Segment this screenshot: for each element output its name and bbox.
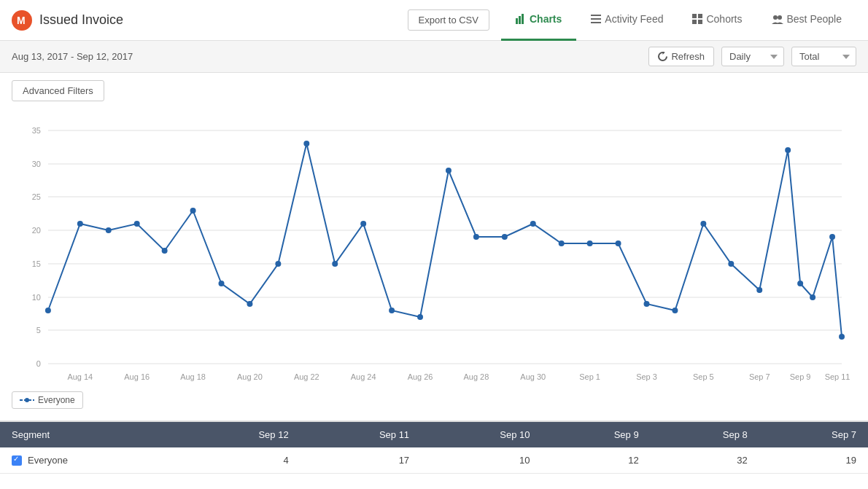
svg-point-49: [162, 248, 168, 254]
svg-point-77: [25, 398, 29, 402]
col-sep10: Sep 10: [421, 421, 541, 447]
svg-point-59: [446, 168, 452, 173]
svg-point-12: [773, 15, 778, 20]
metric-select[interactable]: Total Unique Average: [791, 47, 856, 66]
svg-text:Sep 5: Sep 5: [693, 372, 714, 381]
svg-point-60: [473, 234, 479, 240]
svg-text:Aug 22: Aug 22: [294, 372, 319, 381]
svg-text:Sep 7: Sep 7: [749, 372, 770, 381]
tab-activity-feed[interactable]: Activity Feed: [576, 0, 678, 41]
svg-point-72: [797, 281, 803, 286]
svg-rect-3: [519, 16, 521, 24]
svg-point-65: [616, 240, 621, 246]
table-row: Everyone 4 17 10 12 32 19: [0, 447, 868, 474]
page-title: Issued Invoice: [39, 12, 408, 28]
svg-text:30: 30: [32, 160, 41, 168]
svg-rect-6: [591, 18, 601, 20]
svg-point-57: [389, 308, 395, 313]
svg-text:5: 5: [36, 326, 41, 335]
svg-point-73: [810, 294, 815, 300]
tab-best-people[interactable]: Best People: [757, 0, 857, 41]
tab-cohorts[interactable]: Cohorts: [678, 0, 756, 41]
legend-everyone[interactable]: Everyone: [12, 391, 83, 409]
svg-point-63: [559, 240, 565, 246]
val-sep11: 17: [301, 447, 421, 474]
svg-text:35: 35: [32, 126, 41, 135]
val-sep8: 32: [651, 447, 759, 474]
svg-point-46: [77, 221, 83, 227]
svg-text:20: 20: [32, 226, 41, 235]
svg-point-56: [360, 221, 366, 227]
date-toolbar: Aug 13, 2017 - Sep 12, 2017 Refresh Dail…: [0, 41, 868, 73]
svg-point-67: [672, 308, 678, 313]
svg-point-71: [785, 147, 791, 153]
svg-text:Aug 28: Aug 28: [464, 372, 489, 381]
svg-point-61: [502, 234, 508, 240]
tab-charts[interactable]: Charts: [501, 0, 576, 41]
svg-rect-7: [591, 22, 601, 23]
svg-point-48: [134, 221, 140, 227]
svg-point-53: [275, 261, 281, 267]
svg-text:15: 15: [32, 259, 41, 268]
segment-checkbox[interactable]: [12, 455, 22, 466]
svg-point-47: [106, 227, 112, 233]
svg-text:10: 10: [32, 293, 41, 302]
col-segment: Segment: [0, 421, 179, 447]
people-icon: [772, 15, 783, 24]
header-navigation: Export to CSV Charts Activity Feed Cohor…: [408, 0, 856, 41]
val-sep10: 10: [421, 447, 541, 474]
svg-point-74: [829, 234, 835, 240]
col-sep8: Sep 8: [651, 421, 759, 447]
refresh-icon: [658, 52, 667, 61]
svg-text:Sep 9: Sep 9: [790, 372, 811, 381]
svg-text:Aug 18: Aug 18: [180, 372, 206, 381]
svg-point-75: [839, 334, 845, 340]
line-chart: .axis-label { font: 11px sans-serif; fil…: [12, 116, 856, 386]
svg-text:Sep 1: Sep 1: [579, 372, 600, 381]
svg-text:Aug 16: Aug 16: [124, 372, 150, 381]
date-range-display: Aug 13, 2017 - Sep 12, 2017: [12, 51, 133, 62]
table-header-row: Segment Sep 12 Sep 11 Sep 10 Sep 9 Sep 8…: [0, 421, 868, 447]
advanced-filters-button[interactable]: Advanced Filters: [12, 80, 104, 101]
svg-text:Aug 20: Aug 20: [237, 372, 263, 381]
svg-text:25: 25: [32, 192, 41, 201]
filters-area: Advanced Filters: [0, 73, 868, 109]
svg-point-69: [728, 261, 734, 267]
svg-rect-4: [522, 14, 524, 24]
svg-rect-9: [698, 14, 702, 18]
col-sep12: Sep 12: [179, 421, 300, 447]
svg-point-70: [756, 287, 762, 293]
col-sep11: Sep 11: [301, 421, 421, 447]
svg-rect-5: [591, 15, 601, 16]
granularity-select[interactable]: Daily Weekly Monthly: [721, 47, 784, 66]
svg-point-62: [530, 221, 536, 227]
svg-point-66: [644, 301, 650, 307]
export-csv-button[interactable]: Export to CSV: [408, 9, 489, 31]
svg-rect-10: [692, 20, 697, 24]
svg-point-64: [587, 240, 593, 246]
chart-line-everyone: [48, 144, 842, 337]
svg-text:Aug 30: Aug 30: [520, 372, 546, 381]
svg-rect-2: [516, 18, 518, 24]
svg-text:Sep 3: Sep 3: [636, 372, 657, 381]
svg-text:Sep 11: Sep 11: [825, 372, 850, 381]
svg-point-52: [247, 301, 252, 307]
list-icon: [591, 15, 601, 23]
val-sep9: 12: [542, 447, 651, 474]
grid-icon: [692, 14, 702, 24]
app-logo: M: [12, 10, 32, 31]
refresh-button[interactable]: Refresh: [648, 47, 714, 66]
chart-container: .axis-label { font: 11px sans-serif; fil…: [0, 109, 868, 386]
svg-text:Aug 26: Aug 26: [408, 372, 433, 381]
svg-text:Aug 24: Aug 24: [351, 372, 376, 381]
chart-dots: [45, 141, 845, 340]
val-sep12: 4: [179, 447, 300, 474]
svg-text:0: 0: [36, 359, 41, 368]
svg-point-13: [778, 15, 782, 20]
svg-point-58: [417, 314, 423, 320]
val-sep7: 19: [759, 447, 868, 474]
svg-point-50: [190, 208, 196, 214]
svg-point-54: [303, 141, 309, 146]
svg-text:M: M: [17, 15, 26, 26]
svg-text:Aug 14: Aug 14: [67, 372, 93, 381]
